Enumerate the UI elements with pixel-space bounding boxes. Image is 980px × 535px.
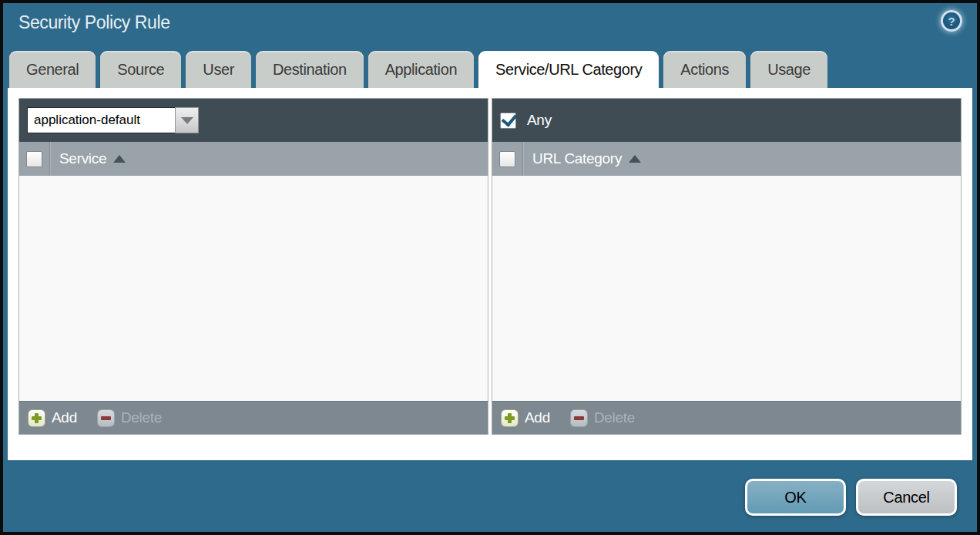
tab-general[interactable]: General (9, 51, 96, 88)
service-select-all-checkbox[interactable] (26, 151, 42, 167)
service-dropdown-input[interactable] (27, 107, 175, 133)
add-label: Add (52, 409, 77, 426)
any-label: Any (527, 112, 552, 129)
service-column-header[interactable]: Service (59, 150, 106, 167)
any-checkbox[interactable] (500, 113, 516, 129)
sort-asc-icon (113, 155, 126, 163)
tab-application[interactable]: Application (368, 51, 474, 88)
minus-icon (97, 409, 115, 427)
delete-label: Delete (594, 409, 635, 426)
url-category-panel: Any URL Category Add (492, 98, 962, 435)
security-policy-rule-dialog: Security Policy Rule ? General Source Us… (0, 0, 980, 535)
service-delete-button[interactable]: Delete (97, 409, 162, 427)
url-category-column-header[interactable]: URL Category (532, 150, 622, 167)
minus-icon (570, 409, 588, 427)
service-add-button[interactable]: Add (28, 409, 77, 427)
tab-destination[interactable]: Destination (256, 51, 364, 88)
url-category-select-all-checkbox[interactable] (499, 151, 515, 167)
plus-icon (501, 409, 519, 427)
url-category-add-button[interactable]: Add (501, 409, 550, 427)
tab-bar: General Source User Destination Applicat… (9, 51, 827, 88)
tab-source[interactable]: Source (100, 51, 181, 88)
chevron-down-icon (181, 117, 193, 124)
panels: Service Add Delete (18, 98, 962, 435)
service-footer: Add Delete (19, 401, 488, 434)
tab-actions[interactable]: Actions (663, 51, 746, 88)
dialog-buttons: OK Cancel (745, 479, 957, 516)
dialog-title: Security Policy Rule (18, 12, 170, 32)
url-category-toolbar: Any (492, 99, 961, 142)
delete-label: Delete (121, 409, 162, 426)
ok-button[interactable]: OK (745, 479, 846, 516)
url-category-header-checkbox-cell (492, 142, 523, 176)
service-list (19, 176, 488, 401)
url-category-list (492, 176, 961, 401)
url-category-footer: Add Delete (492, 401, 961, 434)
help-icon[interactable]: ? (941, 10, 962, 32)
tab-user[interactable]: User (186, 51, 251, 88)
service-header-checkbox-cell (19, 142, 50, 176)
service-table-header: Service (19, 142, 488, 176)
url-category-delete-button[interactable]: Delete (570, 409, 635, 427)
cancel-button[interactable]: Cancel (856, 479, 957, 516)
service-dropdown (27, 107, 199, 133)
service-toolbar (19, 99, 488, 142)
tab-usage[interactable]: Usage (750, 51, 827, 88)
tab-content: Service Add Delete (8, 88, 972, 460)
sort-asc-icon (629, 155, 641, 163)
add-label: Add (525, 409, 550, 426)
dialog-title-bar: Security Policy Rule (18, 12, 170, 33)
service-dropdown-button[interactable] (175, 107, 199, 133)
tab-service-url-category[interactable]: Service/URL Category (478, 51, 659, 88)
service-panel: Service Add Delete (18, 98, 488, 435)
plus-icon (28, 409, 45, 427)
url-category-table-header: URL Category (492, 142, 961, 176)
